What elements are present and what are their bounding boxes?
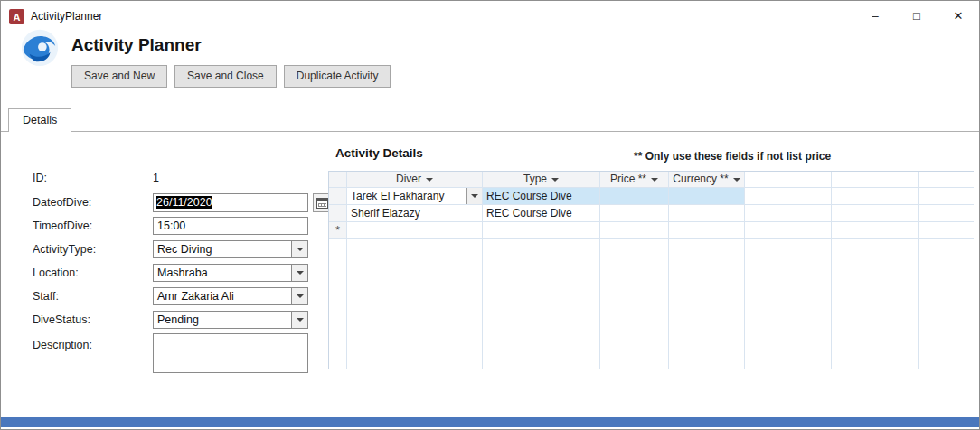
minimize-icon[interactable]: – xyxy=(854,1,896,31)
grid-select-all[interactable] xyxy=(329,172,347,188)
row-selector[interactable] xyxy=(329,205,347,222)
subform-title: Activity Details xyxy=(335,146,423,160)
description-input[interactable] xyxy=(153,333,308,373)
sort-chevron-icon[interactable] xyxy=(733,178,740,182)
subform-note: ** Only use these fields if not list pri… xyxy=(634,150,831,163)
calendar-icon xyxy=(316,198,328,209)
timeofdive-label: TimeofDive: xyxy=(33,217,146,235)
description-label: Description: xyxy=(33,336,146,354)
chevron-down-icon[interactable] xyxy=(291,241,307,257)
chevron-down-icon[interactable] xyxy=(291,265,307,281)
divestatus-combobox[interactable]: Pending xyxy=(153,311,308,329)
new-record-asterisk-icon[interactable]: * xyxy=(329,222,347,239)
bottom-status-strip xyxy=(1,417,979,427)
timeofdive-input[interactable] xyxy=(153,217,308,235)
sort-chevron-icon[interactable] xyxy=(426,178,433,182)
dateofdive-input[interactable]: 26/11/2020 xyxy=(153,193,308,212)
id-label: ID: xyxy=(33,169,146,187)
grid-header-diver[interactable]: Diver xyxy=(347,172,483,188)
sort-chevron-icon[interactable] xyxy=(651,178,658,182)
chevron-down-icon[interactable] xyxy=(466,188,482,204)
empty-cell[interactable] xyxy=(919,205,974,222)
empty-cell[interactable] xyxy=(745,222,832,239)
save-and-close-button[interactable]: Save and Close xyxy=(174,65,277,88)
title-bar: A ActivityPlanner – □ ✕ xyxy=(1,1,979,32)
grid-header-type-label: Type xyxy=(523,172,547,187)
access-app-icon: A xyxy=(9,9,24,24)
page-title: Activity Planner xyxy=(71,35,202,55)
empty-cell[interactable] xyxy=(919,222,974,239)
type-cell[interactable]: REC Course Dive xyxy=(483,205,600,222)
activitytype-value: Rec Diving xyxy=(157,243,212,256)
location-label: Location: xyxy=(33,264,146,282)
grid-header-price-label: Price ** xyxy=(610,172,646,187)
price-cell[interactable] xyxy=(600,222,669,239)
grid-header-diver-label: Diver xyxy=(396,172,421,187)
row-selector[interactable] xyxy=(329,188,347,205)
empty-cell[interactable] xyxy=(745,205,832,222)
staff-label: Staff: xyxy=(33,287,146,305)
id-value: 1 xyxy=(153,169,159,187)
empty-cell[interactable] xyxy=(832,188,919,205)
maximize-icon[interactable]: □ xyxy=(896,1,938,31)
diver-cell[interactable]: Sherif Elazazy xyxy=(347,205,483,222)
empty-cell[interactable] xyxy=(832,205,919,222)
grid-header-empty xyxy=(832,172,919,188)
grid-header-row: Diver Type Price ** Currency ** xyxy=(329,172,974,188)
currency-cell[interactable] xyxy=(669,205,745,222)
empty-cell[interactable] xyxy=(745,188,832,205)
grid-header-type[interactable]: Type xyxy=(483,172,600,188)
activitytype-label: ActivityType: xyxy=(33,240,146,258)
table-row: Sherif Elazazy REC Course Dive xyxy=(329,205,974,222)
grid-header-empty xyxy=(745,172,832,188)
activity-details-grid: Diver Type Price ** Currency ** Tarek xyxy=(328,171,974,369)
sort-chevron-icon[interactable] xyxy=(551,178,559,182)
grid-empty-area xyxy=(329,239,974,369)
type-cell[interactable]: REC Course Dive xyxy=(483,188,600,205)
diver-cell-value: Tarek El Fakharany xyxy=(351,188,444,204)
price-cell[interactable] xyxy=(600,205,669,222)
dateofdive-selected-text: 26/11/2020 xyxy=(156,196,212,209)
currency-cell[interactable] xyxy=(669,188,745,205)
empty-cell[interactable] xyxy=(832,222,919,239)
close-icon[interactable]: ✕ xyxy=(938,1,979,31)
price-cell[interactable] xyxy=(600,188,669,205)
tab-details[interactable]: Details xyxy=(8,108,71,132)
dateofdive-label: DateofDive: xyxy=(33,193,146,211)
window-controls: – □ ✕ xyxy=(854,1,979,32)
type-cell[interactable] xyxy=(483,222,600,239)
currency-cell[interactable] xyxy=(669,222,745,239)
window-title: ActivityPlanner xyxy=(31,10,102,23)
location-combobox[interactable]: Mashraba xyxy=(153,264,308,282)
activitytype-combobox[interactable]: Rec Diving xyxy=(153,240,308,258)
grid-header-price[interactable]: Price ** xyxy=(600,172,669,188)
table-row: Tarek El Fakharany REC Course Dive xyxy=(329,188,974,205)
divestatus-value: Pending xyxy=(157,313,199,326)
grid-header-currency[interactable]: Currency ** xyxy=(669,172,745,188)
location-value: Mashraba xyxy=(157,266,208,279)
activity-planner-window: A ActivityPlanner – □ ✕ Activity Planner… xyxy=(0,0,980,430)
diver-cell-combobox[interactable]: Tarek El Fakharany xyxy=(347,188,483,205)
new-record-row: * xyxy=(329,222,974,239)
save-and-new-button[interactable]: Save and New xyxy=(71,65,167,88)
wave-logo-icon xyxy=(19,26,61,68)
staff-combobox[interactable]: Amr Zakaria Ali xyxy=(153,287,308,305)
divestatus-label: DiveStatus: xyxy=(33,311,146,329)
staff-value: Amr Zakaria Ali xyxy=(157,290,234,303)
chevron-down-icon[interactable] xyxy=(291,288,307,304)
chevron-down-icon[interactable] xyxy=(291,312,307,328)
tab-strip-divider xyxy=(1,131,979,132)
grid-header-empty xyxy=(919,172,974,188)
toolbar: Save and New Save and Close Duplicate Ac… xyxy=(71,65,391,88)
duplicate-activity-button[interactable]: Duplicate Activity xyxy=(284,65,391,88)
grid-header-currency-label: Currency ** xyxy=(673,172,728,187)
empty-cell[interactable] xyxy=(919,188,974,205)
diver-cell[interactable] xyxy=(347,222,483,239)
